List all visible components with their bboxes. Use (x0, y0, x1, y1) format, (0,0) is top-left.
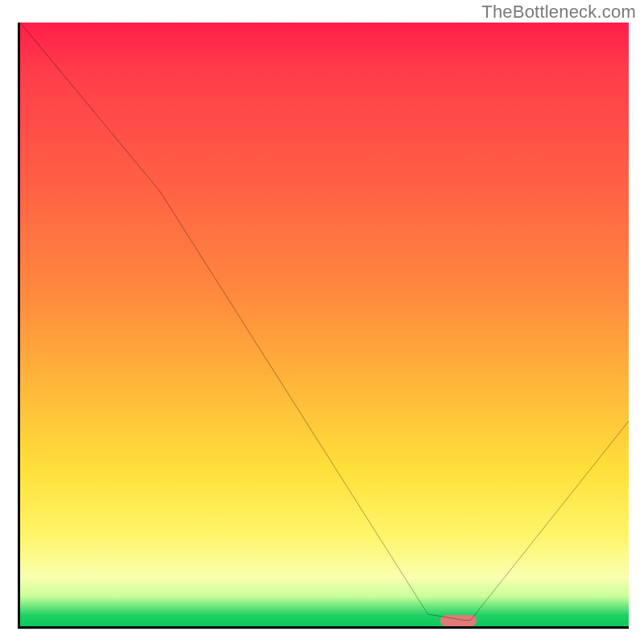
bottleneck-curve (20, 23, 629, 626)
chart-container: TheBottleneck.com (0, 0, 644, 644)
curve-path (20, 23, 629, 621)
plot-area (18, 23, 629, 629)
watermark-text: TheBottleneck.com (481, 2, 636, 23)
